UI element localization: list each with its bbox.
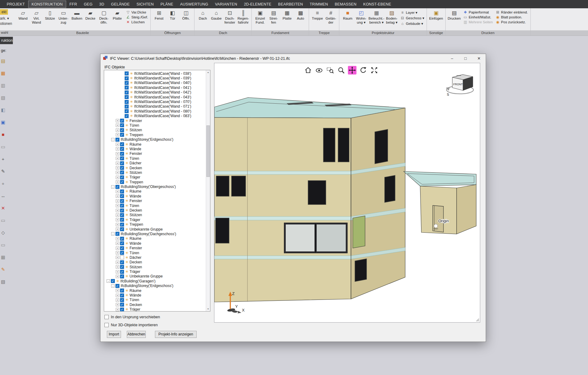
- tree-checkbox[interactable]: ✓: [120, 199, 124, 203]
- ribbon-button-einzel[interactable]: ▣Einzel Fund.: [253, 9, 267, 25]
- tree-row[interactable]: +✓✳Treppen: [104, 132, 206, 137]
- ribbon-button-regen[interactable]: ║Regen- fallrohr: [236, 9, 250, 25]
- tree-row[interactable]: +✓✳Fenster: [104, 246, 206, 250]
- ribbon-item-l-schen[interactable]: ✕Löschen: [126, 20, 148, 24]
- tree-checkbox[interactable]: ✓: [120, 180, 124, 184]
- cutoff-optionen-fragment[interactable]: otionen: [0, 21, 12, 26]
- sidebar-tool-6[interactable]: ■: [0, 132, 6, 137]
- sidebar-tool-11[interactable]: ↔: [0, 193, 6, 199]
- sidebar-tool-16[interactable]: ▦: [0, 254, 6, 260]
- tree-row[interactable]: +✓✳Decken: [104, 208, 206, 212]
- tree-checkbox[interactable]: ✓: [125, 76, 129, 80]
- tree-expander[interactable]: +: [116, 157, 119, 160]
- tree-checkbox[interactable]: [120, 255, 124, 259]
- ribbon-item-mehrere-seiten[interactable]: ▥Mehrere Seiten: [463, 20, 493, 24]
- tree-checkbox[interactable]: ✓: [120, 223, 124, 227]
- tree-row[interactable]: +✓✳Türen: [104, 156, 206, 161]
- tree-row[interactable]: +✓✳Räume: [104, 288, 206, 293]
- tree-expander[interactable]: +: [116, 242, 119, 245]
- tree-row[interactable]: +✓✳Wände: [104, 194, 206, 198]
- tree-row[interactable]: +✓✳Dächer: [104, 161, 206, 165]
- tree-expander[interactable]: +: [116, 275, 119, 278]
- menu-tab-geg[interactable]: GEG: [81, 1, 96, 8]
- sidebar-tool-10[interactable]: +: [0, 181, 6, 186]
- menu-tab-auswertung[interactable]: AUSWERTUNG: [177, 1, 211, 8]
- tree-expander[interactable]: +: [116, 303, 119, 306]
- sidebar-tool-7[interactable]: ▭: [0, 144, 6, 150]
- tree-checkbox[interactable]: ✓: [120, 152, 124, 156]
- tree-checkbox[interactable]: ✓: [125, 114, 129, 118]
- sidebar-tool-3[interactable]: ▧: [0, 95, 6, 101]
- tree-row[interactable]: ✓✳IfcWallStandardCase('Wand - 083'): [104, 114, 206, 118]
- tree-row[interactable]: +✓✳Fenster: [104, 118, 206, 123]
- viewport-resize-grip[interactable]: [476, 318, 479, 322]
- ribbon-button-gel-n[interactable]: #Gelän- der: [324, 9, 337, 25]
- tree-expander[interactable]: +: [116, 194, 119, 198]
- tree-row[interactable]: +✓✳Stützen: [104, 128, 206, 132]
- button-import[interactable]: Import: [107, 331, 121, 338]
- tree-checkbox[interactable]: ✓: [111, 279, 115, 283]
- tree-row[interactable]: +✓✳Türen: [104, 203, 206, 208]
- ribbon-button-unter[interactable]: ▭Unter- zug: [57, 9, 70, 25]
- tree-expander[interactable]: +: [116, 199, 119, 203]
- tree-checkbox[interactable]: ✓: [115, 284, 119, 288]
- tree-row[interactable]: -✓IfcBuildingStorey('Erdgeschoss'): [104, 284, 206, 288]
- checkbox-in-den-ursprung-verschieben[interactable]: [104, 315, 109, 319]
- home-icon[interactable]: [304, 66, 312, 75]
- tree-expander[interactable]: -: [111, 284, 115, 288]
- tree-row[interactable]: +✓✳Decken: [104, 302, 206, 307]
- tree-row[interactable]: +✓✳Wände: [104, 147, 206, 151]
- menu-tab-gel-nde[interactable]: GELÄNDE: [108, 1, 133, 8]
- tree-scrollbar[interactable]: ▲ ▼: [206, 70, 210, 311]
- ribbon-button-platte[interactable]: ▰Platte: [111, 9, 124, 21]
- tree-row[interactable]: +✓✳Türen: [104, 123, 206, 128]
- tree-expander[interactable]: +: [116, 308, 119, 311]
- tree-row[interactable]: -✓✳IfcBuilding('Garagen'): [104, 279, 206, 283]
- tree-expander[interactable]: +: [116, 204, 119, 207]
- ribbon-item-geschoss[interactable]: ⊟Geschoss ▾: [400, 16, 424, 20]
- tree-row[interactable]: +✓✳Träger: [104, 269, 206, 274]
- tree-checkbox[interactable]: ✓: [125, 86, 129, 90]
- tree-row[interactable]: +✓✳Träger: [104, 217, 206, 222]
- menu-tab-bearbeiten[interactable]: BEARBEITEN: [275, 1, 306, 8]
- tree-checkbox[interactable]: ✓: [125, 71, 129, 75]
- tree-checkbox[interactable]: ✓: [120, 189, 124, 193]
- tree-expander[interactable]: +: [116, 270, 119, 274]
- sidebar-tool-13[interactable]: ▭: [0, 218, 6, 223]
- tree-checkbox[interactable]: ✓: [120, 213, 124, 217]
- tree-checkbox[interactable]: ✓: [120, 308, 124, 312]
- tree-checkbox[interactable]: ✓: [120, 293, 124, 297]
- ribbon-item-var-dicke[interactable]: ▽Var.Dicke: [126, 10, 148, 14]
- tree-expander[interactable]: -: [107, 279, 110, 283]
- ribbon-item-blatt-position[interactable]: ◉Blatt position.: [496, 15, 528, 19]
- tree-expander[interactable]: +: [116, 213, 119, 217]
- sidebar-tool-12[interactable]: ✕: [0, 205, 6, 211]
- tree-row[interactable]: +✓✳Stützen: [104, 213, 206, 217]
- ribbon-item-layer[interactable]: ≡Layer ▾: [400, 10, 424, 15]
- sidebar-tool-18[interactable]: ▧: [0, 279, 6, 285]
- ribbon-button-auto[interactable]: ▩Auto: [294, 9, 307, 21]
- ribbon-button-balken[interactable]: ▬Balken: [70, 9, 84, 21]
- sidebar-tool-5[interactable]: ▣: [0, 120, 6, 125]
- tree-row[interactable]: ✓✳IfcWallStandardCase('Wand - 042'): [104, 90, 206, 95]
- tree-checkbox[interactable]: ✓: [120, 119, 124, 123]
- ribbon-button-drucken[interactable]: ▤Drucken: [447, 9, 462, 21]
- ribbon-item-steig-gef[interactable]: ∠Steig./Gef.: [126, 15, 148, 19]
- tree-expander[interactable]: +: [116, 162, 119, 165]
- tree-checkbox[interactable]: ✓: [125, 95, 129, 99]
- scroll-down-arrow[interactable]: ▼: [206, 307, 210, 311]
- menu-tab-bemassen[interactable]: BEMASSEN: [332, 1, 360, 8]
- menu-tab-konst-ebene[interactable]: KONST-EBENE: [360, 1, 394, 8]
- tree-row[interactable]: +✓✳Türen: [104, 298, 206, 302]
- tree-row[interactable]: -✓IfcBuildingStorey('Dachgeschoss'): [104, 232, 206, 236]
- tree-row[interactable]: +✓✳Räume: [104, 189, 206, 194]
- tree-expander[interactable]: +: [116, 166, 119, 170]
- sidebar-tool-4[interactable]: ◧: [0, 107, 6, 113]
- tree-checkbox[interactable]: ✓: [120, 142, 124, 146]
- tree-checkbox[interactable]: ✓: [120, 175, 124, 179]
- sidebar-tool-9[interactable]: ✎: [0, 169, 6, 174]
- tree-expander[interactable]: +: [116, 223, 119, 226]
- tree-row[interactable]: +✓✳Stützen: [104, 170, 206, 175]
- viewport-3d[interactable]: Origin FRONT S Z: [214, 63, 480, 323]
- ribbon-button-ffn[interactable]: ◫Öffn.: [179, 9, 193, 21]
